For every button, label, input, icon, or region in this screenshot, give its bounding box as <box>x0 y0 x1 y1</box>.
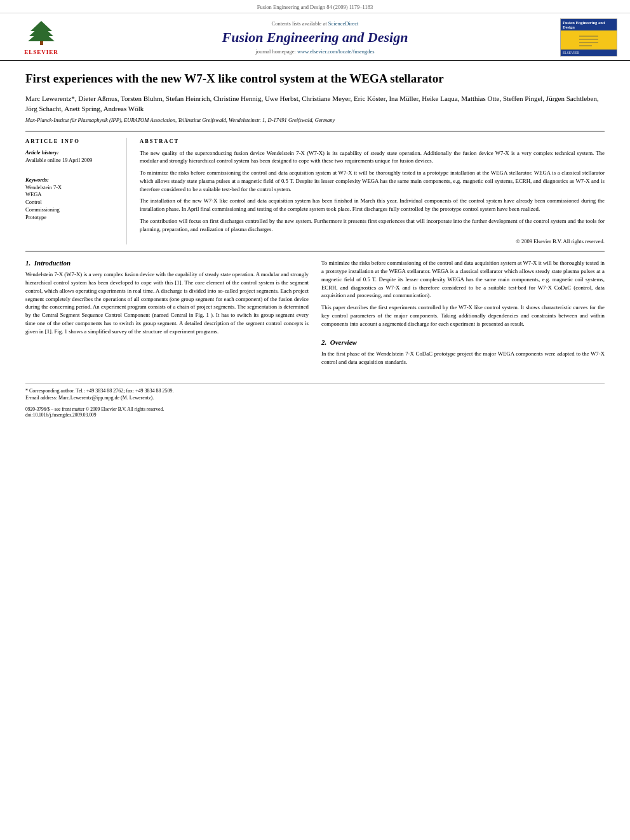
elsevier-logo: ELSEVIER <box>13 18 70 57</box>
intro-number: 1. <box>25 259 30 267</box>
abstract-para-1: The new quality of the superconducting f… <box>140 149 605 166</box>
overview-title: Overview <box>330 338 357 346</box>
copyright-line: © 2009 Elsevier B.V. All rights reserved… <box>140 238 605 244</box>
keyword-4: Commissioning <box>25 206 117 214</box>
logo-bottom-text: ELSEVIER <box>561 50 617 56</box>
article-history-label: Article history: <box>25 149 117 156</box>
affiliation-line: Max-Planck-Institut für Plasmaphysik (IP… <box>25 117 605 123</box>
citation-text: Fusion Engineering and Design 84 (2009) … <box>257 4 373 10</box>
journal-header: ELSEVIER Contents lists available at Sci… <box>0 13 630 61</box>
abstract-para-3: The installation of the new W7-X like co… <box>140 197 605 213</box>
paper-title: First experiences with the new W7-X like… <box>25 71 605 87</box>
abstract-section: ABSTRACT The new quality of the supercon… <box>140 138 605 245</box>
elsevier-tree-icon <box>24 20 59 48</box>
keywords-label: Keywords: <box>25 177 117 183</box>
logo-yellow-area <box>561 30 617 50</box>
journal-logo-icon <box>576 31 601 49</box>
overview-right-para-1: In the first phase of the Wendelstein 7-… <box>321 350 605 366</box>
intro-title: Introduction <box>34 259 70 267</box>
keyword-3: Control <box>25 199 117 206</box>
body-left-col: 1. Introduction Wendelstein 7-X (W7-X) i… <box>25 259 309 370</box>
article-info-section: ARTICLE INFO Article history: Available … <box>25 138 127 245</box>
journal-name: Fusion Engineering and Design <box>70 29 560 46</box>
open-access-note: 0920-3796/$ – see front matter © 2009 El… <box>25 406 605 412</box>
overview-heading: 2. Overview <box>321 338 605 346</box>
keywords-list: Wendelstein 7-X WEGA Control Commissioni… <box>25 184 117 222</box>
abstract-para-2: To minimize the risks before commissioni… <box>140 169 605 193</box>
bottom-notes: 0920-3796/$ – see front matter © 2009 El… <box>25 406 605 418</box>
article-info-heading: ARTICLE INFO <box>25 138 117 144</box>
homepage-url-link[interactable]: www.elsevier.com/locate/fusengdes <box>297 48 375 55</box>
authors-line: Marc Lewerentz*, Dieter Aßmus, Torsten B… <box>25 93 605 114</box>
contents-available-line: Contents lists available at ScienceDirec… <box>70 20 560 27</box>
header-divider <box>25 131 605 131</box>
logo-top-text: Fusion Engineering and Design <box>561 19 617 30</box>
overview-number: 2. <box>321 338 326 346</box>
doi-line: doi:10.1016/j.fusengdes.2009.03.009 <box>25 412 605 418</box>
abstract-body-divider <box>25 251 605 251</box>
intro-right-para-1: To minimize the risks before commissioni… <box>321 259 605 300</box>
sciencedirect-link[interactable]: ScienceDirect <box>328 20 359 27</box>
abstract-para-4: The contribution will focus on first dis… <box>140 217 605 234</box>
journal-title-section: Contents lists available at ScienceDirec… <box>70 20 560 55</box>
keyword-1: Wendelstein 7-X <box>25 184 117 192</box>
abstract-heading: ABSTRACT <box>140 138 605 144</box>
homepage-line: journal homepage: www.elsevier.com/locat… <box>70 48 560 55</box>
article-history-value: Available online 19 April 2009 <box>25 157 117 164</box>
footnote-section: * Corresponding author. Tel.: +49 3834 8… <box>25 383 605 401</box>
keyword-5: Prototype <box>25 214 117 222</box>
contents-label: Contents lists available at <box>272 20 327 27</box>
keyword-2: WEGA <box>25 191 117 199</box>
elsevier-brand-text: ELSEVIER <box>24 49 58 55</box>
body-right-col: To minimize the risks before commissioni… <box>321 259 605 370</box>
article-info-abstract: ARTICLE INFO Article history: Available … <box>25 138 605 245</box>
email-address: E-mail address: Marc.Lewerentz@ipp.mpg.d… <box>25 394 605 401</box>
body-two-col: 1. Introduction Wendelstein 7-X (W7-X) i… <box>25 259 605 370</box>
corresponding-author: * Corresponding author. Tel.: +49 3834 8… <box>25 387 605 394</box>
intro-left-para: Wendelstein 7-X (W7-X) is a very complex… <box>25 270 309 335</box>
main-content: First experiences with the new W7-X like… <box>0 61 630 430</box>
journal-logo-right: Fusion Engineering and Design ELSEVIER <box>560 18 617 57</box>
svg-rect-4 <box>576 31 601 49</box>
journal-citation: Fusion Engineering and Design 84 (2009) … <box>0 0 630 13</box>
intro-heading: 1. Introduction <box>25 259 309 267</box>
homepage-label: journal homepage: <box>255 48 296 55</box>
intro-right-para-2: This paper describes the first experimen… <box>321 303 605 328</box>
